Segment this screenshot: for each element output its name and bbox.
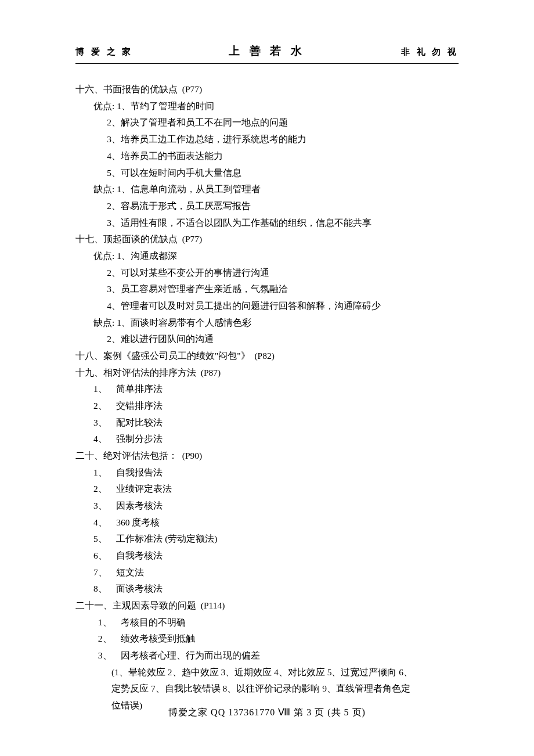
section-16-cons-2: 3、适用性有限，不适合以团队为工作基础的组织，信息不能共享 [75,215,459,232]
section-17-cons-0: 缺点: 1、面谈时容易带有个人感情色彩 [75,315,459,332]
section-21-title: 二十一、主观因素导致的问题 (P114) [75,597,459,614]
section-19-item-2: 3、 配对比较法 [75,415,459,431]
header-center: 上 善 若 水 [229,41,305,61]
page-footer: 博爱之家 QQ 137361770 Ⅷ 第 3 页 (共 5 页) [0,704,534,721]
section-16-pros-0: 优点: 1、节约了管理者的时间 [75,98,459,115]
section-20-item-3: 4、 360 度考核 [75,514,459,531]
section-21-item-2: 3、 因考核者心理、行为而出现的偏差 [75,647,459,664]
section-20-item-4: 5、 工作标准法 (劳动定额法) [75,531,459,548]
section-16-pros-3: 4、培养员工的书面表达能力 [75,148,459,165]
header-right: 非 礼 勿 视 [401,44,459,60]
section-17-title: 十七、顶起面谈的优缺点 (P77) [75,231,459,248]
section-19-item-1: 2、 交错排序法 [75,398,459,415]
section-21-sub-0: (1、晕轮效应 2、趋中效应 3、近期效应 4、对比效应 5、过宽过严倾向 6、 [75,664,459,681]
section-19-item-3: 4、 强制分步法 [75,431,459,448]
document-body: 十六、书面报告的优缺点 (P77) 优点: 1、节约了管理者的时间 2、解决了管… [75,81,459,714]
section-19-title: 十九、相对评估法的排序方法 (P87) [75,365,459,381]
footer-text: 博爱之家 QQ 137361770 Ⅷ 第 3 页 (共 5 页) [168,707,366,717]
section-16-title: 十六、书面报告的优缺点 (P77) [75,81,459,98]
section-20-item-5: 6、 自我考核法 [75,548,459,564]
section-19-item-0: 1、 简单排序法 [75,381,459,398]
section-16-cons-0: 缺点: 1、信息单向流动，从员工到管理者 [75,181,459,198]
page-header: 博 爱 之 家 上 善 若 水 非 礼 勿 视 [75,41,459,64]
section-18-title: 十八、案例《盛强公司员工的绩效"闷包"》 (P82) [75,348,459,365]
section-20-item-7: 8、 面谈考核法 [75,581,459,597]
section-17-pros-3: 4、管理者可以及时对员工提出的问题进行回答和解释，沟通障碍少 [75,298,459,315]
section-17-pros-1: 2、可以对某些不变公开的事情进行沟通 [75,265,459,282]
section-20-item-2: 3、 因素考核法 [75,498,459,514]
section-20-item-1: 2、 业绩评定表法 [75,481,459,498]
section-17-pros-2: 3、员工容易对管理者产生亲近感，气氛融洽 [75,281,459,298]
section-20-item-6: 7、 短文法 [75,564,459,581]
section-21-item-1: 2、 绩效考核受到抵触 [75,631,459,647]
section-20-title: 二十、绝对评估法包括： (P90) [75,448,459,465]
section-21-sub-1: 定势反应 7、自我比较错误 8、以往评价记录的影响 9、直线管理者角色定 [75,681,459,697]
section-16-pros-2: 3、培养员工边工作边总结，进行系统思考的能力 [75,131,459,148]
section-16-pros-4: 5、可以在短时间内手机大量信息 [75,165,459,182]
section-16-pros-1: 2、解决了管理者和员工不在同一地点的问题 [75,114,459,131]
section-20-item-0: 1、 自我报告法 [75,465,459,481]
section-17-pros-0: 优点: 1、沟通成都深 [75,248,459,265]
header-left: 博 爱 之 家 [75,44,133,60]
section-16-cons-1: 2、容易流于形式，员工厌恶写报告 [75,198,459,215]
section-21-item-0: 1、 考核目的不明确 [75,614,459,631]
section-17-cons-1: 2、难以进行团队间的沟通 [75,331,459,348]
